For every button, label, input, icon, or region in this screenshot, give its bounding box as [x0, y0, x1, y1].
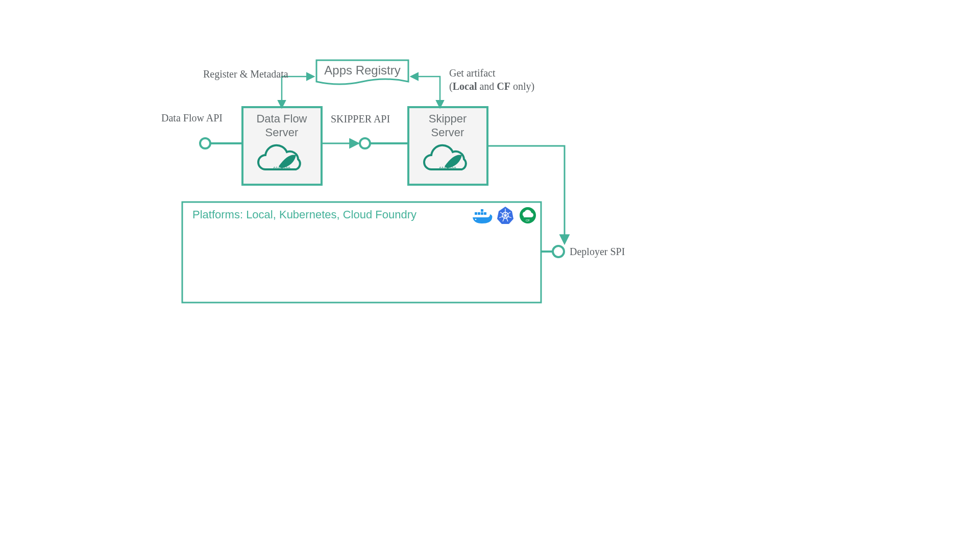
apps-registry-label: Apps Registry	[324, 63, 400, 77]
skipper-server-label-2: Server	[431, 126, 464, 139]
svg-rect-7	[481, 212, 483, 215]
svg-rect-5	[475, 212, 477, 215]
data-flow-api-connector	[200, 138, 242, 148]
svg-text:CF: CF	[526, 219, 530, 222]
apps-registry-box: Apps Registry	[316, 60, 408, 84]
svg-text:0101100: 0101100	[273, 167, 290, 171]
svg-rect-6	[478, 212, 480, 215]
svg-point-10	[475, 219, 477, 220]
data-flow-api-label: Data Flow API	[161, 112, 223, 123]
register-metadata-label: Register & Metadata	[203, 68, 288, 80]
svg-point-27	[553, 246, 564, 257]
architecture-diagram: Apps Registry Data Flow Server 0101100 S…	[0, 0, 980, 551]
skipper-server-box: Skipper Server 0101100	[408, 107, 487, 185]
deployer-spi-label: Deployer SPI	[570, 246, 625, 258]
svg-rect-9	[481, 209, 483, 212]
skipper-api-connector	[322, 138, 408, 148]
svg-point-22	[200, 138, 210, 148]
register-metadata-connector	[282, 77, 313, 107]
svg-text:0101100: 0101100	[439, 167, 456, 171]
platforms-label: Platforms: Local, Kubernetes, Cloud Foun…	[192, 208, 416, 221]
data-flow-server-label-1: Data Flow	[256, 112, 307, 125]
get-artifact-label-2: (Local and CF only)	[449, 81, 534, 92]
get-artifact-label-1: Get artifact	[449, 67, 496, 79]
data-flow-server-label-2: Server	[265, 126, 299, 139]
platforms-box: Platforms: Local, Kubernetes, Cloud Foun…	[182, 202, 541, 303]
svg-point-25	[360, 138, 370, 148]
skipper-api-label: SKIPPER API	[331, 113, 390, 124]
data-flow-server-box: Data Flow Server 0101100	[242, 107, 322, 185]
skipper-server-label-1: Skipper	[429, 112, 467, 125]
get-artifact-connector	[411, 77, 440, 107]
cloud-foundry-icon: CF	[520, 207, 536, 223]
svg-rect-8	[484, 212, 486, 215]
